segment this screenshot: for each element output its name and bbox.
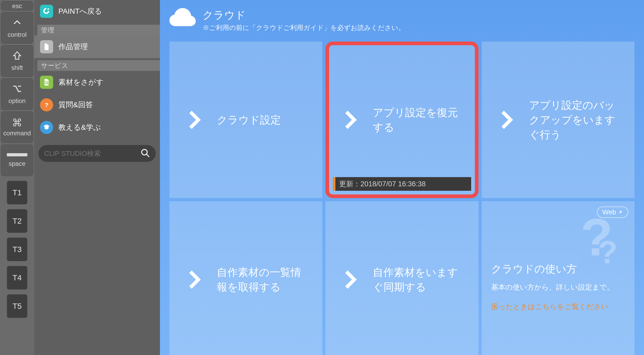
option-icon (12, 84, 22, 96)
chevron-up-icon (12, 17, 22, 29)
tile-cloud-help[interactable]: Web ?? クラウドの使い方 基本の使い方から、詳しい設定まで。 困ったときは… (482, 201, 635, 355)
key-shift[interactable]: shift (1, 45, 33, 77)
question-icon: ? (40, 98, 53, 111)
key-control[interactable]: control (1, 12, 33, 44)
cloud-icon (169, 8, 196, 27)
document-icon (40, 40, 53, 53)
key-esc[interactable]: esc (1, 1, 33, 11)
key-t2[interactable]: T2 (7, 209, 27, 233)
tile-label: 自作素材をいますぐ同期する (373, 265, 465, 294)
key-t4[interactable]: T4 (7, 266, 27, 290)
svg-text:?: ? (598, 234, 616, 267)
tile-cloud-settings[interactable]: クラウド設定 (169, 42, 322, 198)
sidebar-item-qa[interactable]: ? 質問&回答 (34, 94, 160, 116)
tile-update-timestamp: 更新：2018/07/07 16:36:38 (333, 177, 471, 191)
sidebar-item-label: PAINTへ戻る (58, 6, 102, 16)
search-doc-icon (40, 76, 53, 89)
chevron-right-icon (183, 268, 206, 291)
key-t1[interactable]: T1 (7, 181, 27, 204)
sidebar-item-label: 質問&回答 (58, 100, 93, 110)
question-mark-icon: ?? (569, 212, 616, 268)
chevron-right-icon (339, 268, 362, 291)
tile-label: 自作素材の一覧情報を取得する (217, 265, 309, 294)
sidebar-item-paint-back[interactable]: PAINTへ戻る (34, 0, 160, 23)
search-icon (140, 148, 150, 159)
info-line-highlight: 困ったときはこちらをご覧ください (491, 302, 625, 311)
page-title: クラウド (203, 8, 405, 22)
chevron-right-icon (183, 108, 206, 132)
main-content: クラウド ※ご利用の前に「クラウドご利用ガイド」を必ずお読みください。 クラウド… (160, 0, 644, 355)
sidebar-item-label: 教える&学ぶ (58, 122, 101, 132)
graduation-cap-icon (40, 121, 53, 134)
key-space[interactable]: space (1, 145, 33, 176)
search-bar[interactable] (38, 145, 156, 162)
sidebar-item-find-materials[interactable]: 素材をさがす (34, 71, 160, 94)
sidebar-section-service: サービス (37, 60, 160, 71)
chevron-right-icon (339, 108, 362, 132)
tile-grid: クラウド設定 アプリ設定を復元する 更新：2018/07/07 16:36:38… (169, 42, 635, 355)
svg-line-5 (147, 154, 149, 157)
chevron-right-icon (495, 108, 519, 132)
sidebar-section-manage: 管理 (37, 25, 160, 35)
sidebar-item-work-manage[interactable]: 作品管理 (34, 35, 160, 58)
command-icon: ⌘ (12, 117, 22, 128)
page-subtitle: ※ご利用の前に「クラウドご利用ガイド」を必ずお読みください。 (203, 23, 405, 32)
tile-restore-app-settings[interactable]: アプリ設定を復元する 更新：2018/07/07 16:36:38 (325, 42, 478, 198)
shift-arrow-icon (12, 50, 22, 63)
svg-text:?: ? (45, 102, 48, 108)
tile-sync-materials[interactable]: 自作素材をいますぐ同期する (325, 201, 478, 355)
key-option[interactable]: option (1, 78, 33, 110)
paint-app-icon (40, 5, 53, 18)
sidebar: PAINTへ戻る 管理 作品管理 サービス 素材をさがす ? 質問&回答 教える… (34, 0, 160, 355)
sidebar-item-label: 作品管理 (58, 42, 88, 52)
key-command[interactable]: ⌘ command (1, 111, 33, 143)
key-t5[interactable]: T5 (7, 294, 27, 318)
svg-point-0 (47, 8, 49, 10)
external-link-icon (618, 210, 623, 215)
modifier-key-column: esc control shift option ⌘ command space… (0, 0, 34, 355)
tile-material-list[interactable]: 自作素材の一覧情報を取得する (169, 201, 322, 355)
tile-backup-now[interactable]: アプリ設定のバックアップをいますぐ行う (482, 42, 635, 198)
space-bar-icon (7, 153, 27, 156)
info-line: 基本の使い方から、詳しい設定まで。 (491, 282, 625, 292)
tile-label: アプリ設定のバックアップをいますぐ行う (529, 98, 621, 142)
sidebar-item-teach-learn[interactable]: 教える&学ぶ (34, 116, 160, 139)
page-header: クラウド ※ご利用の前に「クラウドご利用ガイド」を必ずお読みください。 (169, 8, 635, 32)
key-t3[interactable]: T3 (7, 238, 27, 261)
svg-point-4 (142, 150, 147, 155)
search-input[interactable] (44, 150, 140, 158)
sidebar-item-label: 素材をさがす (58, 77, 104, 87)
tile-label: クラウド設定 (217, 112, 281, 127)
tile-label: アプリ設定を復元する (373, 105, 465, 135)
